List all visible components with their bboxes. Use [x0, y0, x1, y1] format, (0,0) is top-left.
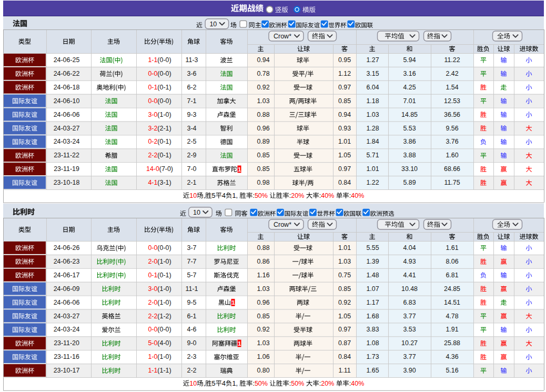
svg-text:5.89: 5.89 — [403, 179, 416, 186]
svg-text:(1-0): (1-0) — [157, 111, 171, 118]
svg-text:0.85: 0.85 — [257, 313, 269, 320]
svg-text:1.05: 1.05 — [338, 313, 351, 320]
svg-text:11.22: 11.22 — [444, 56, 460, 64]
svg-text:9-5: 9-5 — [187, 299, 197, 306]
svg-text:1.07: 1.07 — [366, 285, 379, 293]
svg-text:24-03-24: 24-03-24 — [54, 138, 80, 145]
svg-text:(7-0): (7-0) — [159, 165, 173, 173]
svg-text:50%: 50% — [291, 380, 304, 387]
svg-text:6-1: 6-1 — [187, 313, 197, 320]
svg-text:2-2: 2-2 — [187, 367, 197, 374]
svg-text:11.75: 11.75 — [444, 179, 460, 186]
svg-text:,: , — [204, 380, 205, 387]
svg-text:10: 10 — [209, 21, 217, 28]
svg-text:36.56: 36.56 — [444, 111, 460, 118]
svg-text:0.88: 0.88 — [257, 111, 269, 118]
svg-text:1.54: 1.54 — [446, 84, 458, 91]
svg-text:0-1: 0-1 — [148, 84, 157, 91]
svg-text:5.71: 5.71 — [366, 152, 379, 159]
svg-text:23-11-16: 23-11-16 — [54, 353, 79, 360]
svg-text:0-1: 0-1 — [148, 272, 157, 279]
svg-text:1.08: 1.08 — [366, 339, 379, 347]
svg-text:1.03: 1.03 — [366, 111, 379, 118]
svg-text:4.78: 4.78 — [446, 313, 458, 320]
svg-text:40%: 40% — [351, 380, 364, 387]
svg-text:25.88: 25.88 — [444, 339, 460, 347]
svg-text:24-03-27: 24-03-27 — [54, 313, 80, 320]
svg-text:12.53: 12.53 — [444, 97, 460, 105]
svg-text:1.01: 1.01 — [338, 244, 351, 252]
svg-text:(0-0): (0-0) — [157, 326, 171, 333]
svg-text:24-06-26: 24-06-26 — [54, 244, 80, 252]
svg-text:5-0: 5-0 — [148, 339, 157, 347]
svg-text:1-1: 1-1 — [148, 56, 157, 64]
svg-text:1.48: 1.48 — [366, 272, 379, 279]
svg-text:7-7: 7-7 — [187, 258, 197, 265]
svg-text:7.01: 7.01 — [403, 97, 416, 105]
svg-text:1.27: 1.27 — [366, 56, 379, 64]
svg-text:0.85: 0.85 — [338, 97, 351, 105]
svg-text:1.06: 1.06 — [257, 353, 269, 360]
svg-text:2-0: 2-0 — [148, 258, 157, 265]
svg-text:1.61: 1.61 — [446, 244, 458, 252]
svg-text:5.94: 5.94 — [403, 56, 416, 64]
svg-text:0.84: 0.84 — [338, 179, 351, 186]
svg-text:1.28: 1.28 — [366, 125, 379, 132]
svg-text:0.75: 0.75 — [338, 272, 351, 279]
svg-text:7-1: 7-1 — [187, 97, 197, 105]
svg-text:0.94: 0.94 — [338, 111, 351, 118]
svg-text:4.04: 4.04 — [403, 244, 416, 252]
svg-text:1,: 1, — [232, 192, 238, 199]
svg-text:23-11-20: 23-11-20 — [54, 339, 79, 347]
svg-text:3.83: 3.83 — [366, 326, 379, 333]
svg-text:20%: 20% — [321, 380, 334, 387]
svg-text:4-6: 4-6 — [187, 326, 197, 333]
svg-text:1-1: 1-1 — [148, 367, 157, 374]
svg-text:24-06-06: 24-06-06 — [54, 111, 80, 118]
svg-text:0.93: 0.93 — [338, 125, 351, 132]
svg-text:14.85: 14.85 — [401, 111, 418, 118]
svg-text:4.41: 4.41 — [403, 272, 416, 279]
svg-text:(0-1): (0-1) — [157, 138, 171, 145]
svg-text:Crow*: Crow* — [274, 221, 291, 228]
svg-text:3.16: 3.16 — [403, 70, 416, 77]
svg-text:1.39: 1.39 — [366, 258, 379, 265]
svg-text:(1-0): (1-0) — [157, 353, 171, 360]
svg-text:0.98: 0.98 — [257, 179, 269, 186]
svg-text:14.51: 14.51 — [444, 299, 460, 306]
svg-text:,: , — [204, 192, 205, 199]
svg-text:9.56: 9.56 — [446, 125, 458, 132]
svg-text:24-06-06: 24-06-06 — [54, 299, 80, 306]
svg-text:1.17: 1.17 — [366, 299, 379, 306]
svg-text:0.89: 0.89 — [257, 138, 269, 145]
svg-text:5-7: 5-7 — [187, 272, 197, 279]
svg-text:0.97: 0.97 — [338, 84, 351, 91]
svg-text:24.85: 24.85 — [444, 285, 460, 293]
svg-text:4.25: 4.25 — [403, 84, 416, 91]
svg-text:1.03: 1.03 — [257, 285, 269, 293]
svg-text:3-7: 3-7 — [187, 244, 197, 252]
svg-text:2-2: 2-2 — [148, 152, 157, 159]
svg-text:3-6: 3-6 — [187, 70, 197, 77]
svg-text:24-06-09: 24-06-09 — [54, 285, 80, 293]
svg-text:0.88: 0.88 — [257, 244, 269, 252]
svg-text:11-1: 11-1 — [186, 285, 198, 293]
svg-text:1.12: 1.12 — [338, 70, 351, 77]
svg-text:8.06: 8.06 — [446, 258, 458, 265]
svg-text:0.94: 0.94 — [257, 56, 269, 64]
svg-text:4-1: 4-1 — [148, 179, 157, 186]
svg-text:3.88: 3.88 — [403, 152, 416, 159]
svg-text:(4-0): (4-0) — [157, 339, 171, 347]
svg-text:23-10-18: 23-10-18 — [54, 179, 80, 186]
svg-text:1.73: 1.73 — [366, 353, 379, 360]
svg-text:2-3: 2-3 — [187, 353, 197, 360]
svg-text:24-03-27: 24-03-27 — [54, 125, 80, 132]
svg-text:0-0: 0-0 — [148, 97, 157, 105]
svg-text:10: 10 — [189, 192, 197, 199]
svg-text:3.86: 3.86 — [403, 138, 416, 145]
svg-text:1.05: 1.05 — [338, 152, 351, 159]
svg-text:10: 10 — [189, 380, 197, 387]
svg-text:3.53: 3.53 — [403, 326, 416, 333]
svg-text:(0-0): (0-0) — [157, 97, 171, 105]
svg-text:3-2: 3-2 — [148, 125, 157, 132]
